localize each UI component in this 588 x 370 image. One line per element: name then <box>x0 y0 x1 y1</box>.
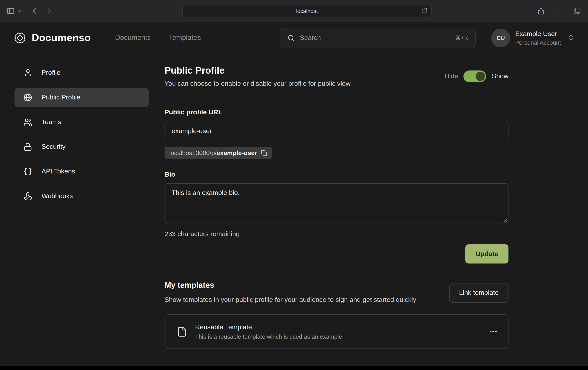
browser-window-controls <box>537 0 581 22</box>
app-header: Documenso Documents Templates ⌘+K EU Exa… <box>0 22 588 54</box>
nav-templates[interactable]: Templates <box>169 34 201 42</box>
profile-url-preview[interactable]: localhost:3000/p/example-user <box>165 147 272 159</box>
address-bar[interactable]: localhost <box>182 5 432 17</box>
sidebar-item-security[interactable]: Security <box>14 137 149 157</box>
sidebar-item-label: Webhooks <box>42 192 73 200</box>
search-icon <box>287 34 295 42</box>
new-tab-icon[interactable] <box>555 7 563 15</box>
profile-url-input[interactable] <box>165 121 508 141</box>
bio-field-wrap: This is an example bio. <box>165 183 508 224</box>
search-shortcut: ⌘+K <box>455 34 468 41</box>
bio-textarea[interactable]: This is an example bio. <box>165 183 508 224</box>
browser-chrome: localhost <box>0 0 588 22</box>
search-box[interactable]: ⌘+K <box>280 28 476 48</box>
profile-url-prefix: localhost:3000/p/ <box>169 149 217 156</box>
characters-remaining: 233 characters remaining <box>165 230 508 238</box>
screen: localhost Documen <box>0 0 588 370</box>
screen-bottom-edge <box>0 366 588 370</box>
toggle-knob <box>476 72 485 81</box>
sidebar-item-profile[interactable]: Profile <box>14 63 149 82</box>
template-meta: Reusable Template This is a reusable tem… <box>195 323 344 340</box>
show-label: Show <box>492 72 508 80</box>
template-card[interactable]: Reusable Template This is a reusable tem… <box>165 314 508 349</box>
sidebar-item-label: Profile <box>42 69 60 77</box>
settings-sidebar: Profile Public Profile Teams Security <box>0 63 149 349</box>
page-head: Public Profile You can choose to enable … <box>165 65 508 88</box>
braces-icon <box>23 167 32 176</box>
sidebar-item-label: API Tokens <box>42 168 75 175</box>
update-row: Update <box>165 244 508 264</box>
tab-overview-icon[interactable] <box>573 7 581 15</box>
link-template-button[interactable]: Link template <box>449 283 508 303</box>
settings-content: Public Profile You can choose to enable … <box>165 63 508 349</box>
template-actions-button[interactable] <box>489 327 498 336</box>
nav-documents[interactable]: Documents <box>115 34 151 42</box>
main-nav: Documents Templates <box>115 34 201 42</box>
templates-title: My templates <box>165 281 416 290</box>
forward-icon[interactable] <box>45 7 54 15</box>
chevrons-up-down-icon <box>567 34 575 41</box>
sidebar-item-public-profile[interactable]: Public Profile <box>14 88 149 107</box>
update-button[interactable]: Update <box>466 244 508 264</box>
sidebar-item-webhooks[interactable]: Webhooks <box>14 186 149 206</box>
templates-subtitle: Show templates in your public profile fo… <box>165 294 416 305</box>
visibility-toggle-group: Hide Show <box>444 71 508 82</box>
user-icon <box>23 69 32 77</box>
profile-visibility-toggle[interactable] <box>464 71 486 82</box>
page-title: Public Profile <box>165 65 352 76</box>
user-menu[interactable]: EU Example User Personal Account <box>492 28 575 47</box>
user-meta: Example User Personal Account <box>515 30 561 46</box>
sidebar-item-label: Public Profile <box>42 93 80 101</box>
back-icon[interactable] <box>30 7 39 15</box>
sidebar-item-label: Teams <box>42 118 61 126</box>
hide-label: Hide <box>444 72 458 80</box>
copy-icon[interactable] <box>261 150 267 156</box>
address-bar-url: localhost <box>296 8 318 14</box>
settings-layout: Profile Public Profile Teams Security <box>0 54 588 349</box>
resize-grip-icon[interactable] <box>503 218 507 223</box>
share-icon[interactable] <box>537 7 545 15</box>
user-name: Example User <box>515 30 561 38</box>
refresh-icon[interactable] <box>421 8 427 14</box>
chevron-down-icon[interactable] <box>17 9 21 13</box>
brand-name: Documenso <box>32 32 91 44</box>
users-icon <box>23 118 32 126</box>
bio-label: Bio <box>165 171 508 179</box>
templates-header-text: My templates Show templates in your publ… <box>165 281 416 305</box>
page-subtitle: You can choose to enable or disable your… <box>165 80 352 88</box>
webhook-icon <box>23 192 32 200</box>
template-description: This is a reusable template which is use… <box>195 333 344 340</box>
section-divider <box>165 98 508 98</box>
documenso-logo-icon <box>13 31 27 44</box>
avatar: EU <box>492 28 510 47</box>
template-name: Reusable Template <box>195 323 344 331</box>
file-icon <box>177 326 187 337</box>
lock-icon <box>23 143 32 151</box>
brand[interactable]: Documenso <box>13 31 91 44</box>
user-account-type: Personal Account <box>515 39 561 46</box>
ellipsis-icon <box>489 327 498 336</box>
sidebar-item-teams[interactable]: Teams <box>14 112 149 132</box>
templates-header: My templates Show templates in your publ… <box>165 281 508 305</box>
search-input[interactable] <box>300 34 450 42</box>
page-head-text: Public Profile You can choose to enable … <box>165 65 352 88</box>
globe-icon <box>23 93 32 102</box>
profile-url-label: Public profile URL <box>165 108 508 116</box>
sidebar-toggle-icon[interactable] <box>6 7 15 15</box>
profile-url-slug: example-user <box>217 149 257 156</box>
browser-nav-controls <box>0 7 54 15</box>
sidebar-item-label: Security <box>42 143 66 151</box>
sidebar-item-api-tokens[interactable]: API Tokens <box>14 162 149 181</box>
